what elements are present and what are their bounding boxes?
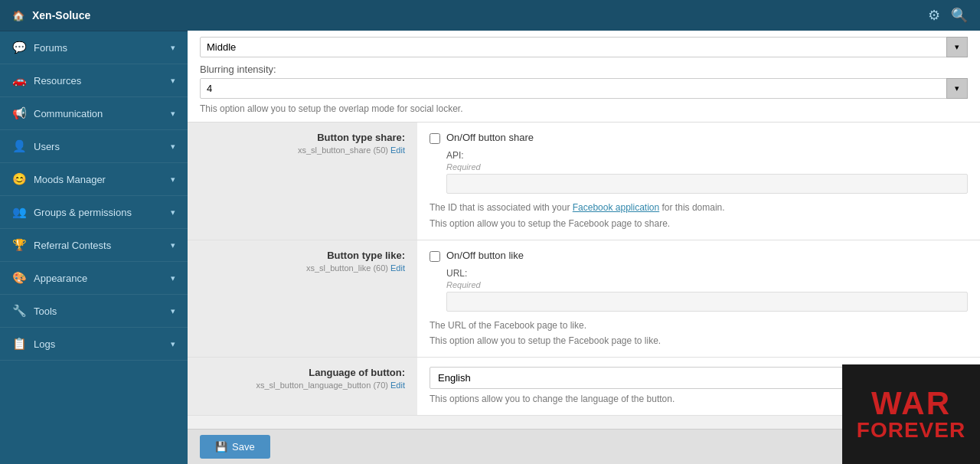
- language-label-section: Language of button: xs_sl_button_languag…: [188, 358, 417, 415]
- sidebar-label-communication: Communication: [34, 108, 103, 119]
- app-title: Xen-Soluce: [32, 9, 90, 21]
- sidebar-item-forums[interactable]: 💬 Forums ▾: [0, 31, 188, 64]
- button-share-label-section: Button type share: xs_sl_button_share (5…: [188, 123, 417, 240]
- sidebar-header[interactable]: 🏠 Xen-Soluce: [0, 0, 188, 31]
- button-share-field-meta: xs_sl_button_share (50) Edit: [195, 145, 405, 155]
- sidebar-label-groups: Groups & permissions: [34, 207, 132, 218]
- sidebar-label-tools: Tools: [34, 306, 57, 317]
- sidebar-item-groups[interactable]: 👥 Groups & permissions ▾: [0, 196, 188, 229]
- tools-icon: 🔧: [12, 304, 26, 318]
- chevron-appearance: ▾: [171, 273, 175, 283]
- sidebar-label-resources: Resources: [34, 75, 81, 87]
- api-label: API:: [446, 150, 968, 161]
- search-icon[interactable]: 🔍: [951, 7, 968, 24]
- url-hint1: The URL of the Facebook page to like.: [430, 319, 968, 332]
- blurring-select[interactable]: 4: [200, 78, 968, 99]
- forums-icon: 💬: [12, 41, 26, 54]
- sidebar-label-appearance: Appearance: [34, 273, 87, 284]
- url-subfield: URL: Required: [446, 268, 968, 312]
- save-button-label: Save: [232, 441, 255, 453]
- button-like-label-section: Button type like: xs_sl_button_like (60)…: [188, 240, 417, 358]
- button-like-checkbox[interactable]: [430, 251, 440, 262]
- save-button[interactable]: 💾 Save: [200, 435, 270, 459]
- url-label: URL:: [446, 268, 968, 279]
- api-input[interactable]: [446, 174, 968, 194]
- api-hint1: The ID that is associated with your Face…: [430, 201, 968, 214]
- sidebar-item-appearance[interactable]: 🎨 Appearance ▾: [0, 262, 188, 295]
- chevron-moods: ▾: [171, 175, 175, 185]
- button-like-checkbox-label: On/Off button like: [446, 250, 524, 261]
- save-icon: 💾: [215, 441, 227, 453]
- chevron-referral: ▾: [171, 240, 175, 250]
- settings-gear-icon[interactable]: ⚙: [928, 7, 940, 24]
- sidebar-label-forums: Forums: [34, 42, 67, 54]
- button-like-content: On/Off button like URL: Required The URL…: [417, 240, 980, 358]
- sidebar-label-moods: Moods Manager: [34, 174, 106, 185]
- sidebar-item-users[interactable]: 👤 Users ▾: [0, 130, 188, 163]
- watermark-line1: WAR: [871, 387, 951, 420]
- button-like-checkbox-row: On/Off button like: [430, 250, 968, 262]
- url-input[interactable]: [446, 292, 968, 312]
- language-edit-link[interactable]: Edit: [390, 381, 405, 390]
- sidebar-label-users: Users: [34, 141, 60, 152]
- position-field: Middle ▾: [200, 37, 968, 57]
- sidebar-item-resources[interactable]: 🚗 Resources ▾: [0, 64, 188, 97]
- chevron-resources: ▾: [171, 76, 175, 86]
- position-select-wrapper: Middle ▾: [200, 37, 968, 57]
- blurring-select-wrapper: 4 ▾: [200, 78, 968, 99]
- groups-icon: 👥: [12, 205, 26, 219]
- url-required-hint: Required: [446, 280, 968, 289]
- watermark: WAR FOREVER: [842, 364, 980, 464]
- sidebar-item-logs[interactable]: 📋 Logs ▾: [0, 328, 188, 361]
- button-like-field-meta: xs_sl_button_like (60) Edit: [195, 263, 405, 273]
- language-field-meta: xs_sl_button_language_button (70) Edit: [195, 381, 405, 390]
- api-required-hint: Required: [446, 162, 968, 172]
- blurring-hint: This option allow you to setup the overl…: [200, 103, 968, 114]
- sidebar-item-tools[interactable]: 🔧 Tools ▾: [0, 295, 188, 328]
- button-like-field-name: Button type like:: [195, 250, 405, 261]
- blurring-field: Blurring intensity: 4 ▾ This option allo…: [200, 64, 968, 114]
- position-select[interactable]: Middle: [200, 37, 968, 57]
- button-share-checkbox-row: On/Off button share: [430, 132, 968, 144]
- chevron-forums: ▾: [171, 43, 175, 53]
- chevron-groups: ▾: [171, 207, 175, 217]
- api-subfield: API: Required: [446, 150, 968, 194]
- top-dropdowns-section: Middle ▾ Blurring intensity: 4 ▾ This op…: [188, 31, 980, 123]
- chevron-tools: ▾: [171, 306, 175, 316]
- blurring-label: Blurring intensity:: [200, 64, 968, 75]
- home-icon: 🏠: [12, 10, 24, 21]
- top-navbar: ⚙ 🔍: [188, 0, 980, 31]
- button-like-edit-link[interactable]: Edit: [390, 263, 405, 273]
- users-icon: 👤: [12, 139, 26, 153]
- referral-icon: 🏆: [12, 238, 26, 252]
- sidebar: 🏠 Xen-Soluce 💬 Forums ▾ 🚗 Resources ▾ 📢 …: [0, 0, 188, 464]
- sidebar-label-referral: Referral Contests: [34, 240, 111, 251]
- communication-icon: 📢: [12, 106, 26, 120]
- button-share-checkbox-label: On/Off button share: [446, 132, 534, 143]
- sidebar-label-logs: Logs: [34, 338, 55, 350]
- sidebar-item-referral[interactable]: 🏆 Referral Contests ▾: [0, 229, 188, 262]
- button-share-checkbox[interactable]: [430, 133, 440, 144]
- sidebar-item-communication[interactable]: 📢 Communication ▾: [0, 97, 188, 130]
- facebook-app-link[interactable]: Facebook application: [573, 202, 659, 213]
- sidebar-item-moods[interactable]: 😊 Moods Manager ▾: [0, 163, 188, 196]
- appearance-icon: 🎨: [12, 271, 26, 285]
- logs-icon: 📋: [12, 337, 26, 351]
- chevron-logs: ▾: [171, 339, 175, 349]
- button-share-edit-link[interactable]: Edit: [390, 145, 405, 155]
- moods-icon: 😊: [12, 172, 26, 186]
- button-share-content: On/Off button share API: Required The ID…: [417, 123, 980, 240]
- url-hint2: This option allow you to setup the Faceb…: [430, 335, 968, 348]
- language-field-name: Language of button:: [195, 367, 405, 378]
- chevron-communication: ▾: [171, 109, 175, 119]
- button-share-field-name: Button type share:: [195, 132, 405, 143]
- button-share-row: Button type share: xs_sl_button_share (5…: [188, 123, 980, 240]
- api-hint2: This option allow you to setup the Faceb…: [430, 217, 968, 230]
- button-like-row: Button type like: xs_sl_button_like (60)…: [188, 240, 980, 358]
- chevron-users: ▾: [171, 142, 175, 152]
- resources-icon: 🚗: [12, 74, 26, 87]
- watermark-line2: FOREVER: [857, 420, 965, 441]
